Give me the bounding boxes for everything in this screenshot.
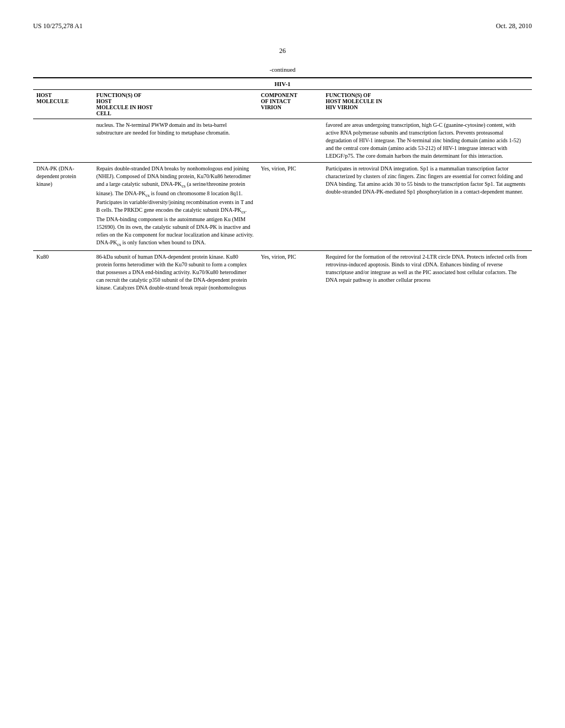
host-molecule-2: DNA-PK (DNA-dependent protein kinase) xyxy=(33,163,93,251)
component-3: Yes, virion, PIC xyxy=(258,250,323,294)
hiv-function-3: Required for the formation of the retrov… xyxy=(322,250,532,294)
component-1 xyxy=(258,119,323,163)
col-header-host-function: FUNCTION(S) OFHOSTMOLECULE IN HOSTCELL xyxy=(93,90,257,119)
host-function-1: nucleus. The N-terminal PWWP domain and … xyxy=(93,119,257,163)
host-molecule-3: Ku80 xyxy=(33,250,93,294)
hiv-function-1: favored are areas undergoing transcripti… xyxy=(322,119,532,163)
component-2: Yes, virion, PIC xyxy=(258,163,323,251)
host-function-2: Repairs double-stranded DNA breaks by no… xyxy=(93,163,257,251)
patent-date: Oct. 28, 2010 xyxy=(496,22,532,30)
col-header-hiv-function: FUNCTION(S) OFHOST MOLECULE INHIV VIRION xyxy=(322,90,532,119)
patent-number: US 10/275,278 A1 xyxy=(33,22,83,30)
hiv-function-2: Participates in retroviral DNA integrati… xyxy=(322,163,532,251)
table-row: nucleus. The N-terminal PWWP domain and … xyxy=(33,119,532,163)
table-row: Ku80 86-kDa subunit of human DNA-depende… xyxy=(33,250,532,294)
continued-label: -continued xyxy=(269,66,295,73)
section-header: HIV-1 xyxy=(33,78,532,90)
host-molecule-1 xyxy=(33,119,93,163)
table-row: DNA-PK (DNA-dependent protein kinase) Re… xyxy=(33,163,532,251)
page-number: 26 xyxy=(279,47,286,55)
col-header-component: COMPONENTOF INTACTVIRION xyxy=(258,90,323,119)
host-function-3: 86-kDa subunit of human DNA-dependent pr… xyxy=(93,250,257,294)
col-header-host-molecule: HOSTMOLECULE xyxy=(33,90,93,119)
